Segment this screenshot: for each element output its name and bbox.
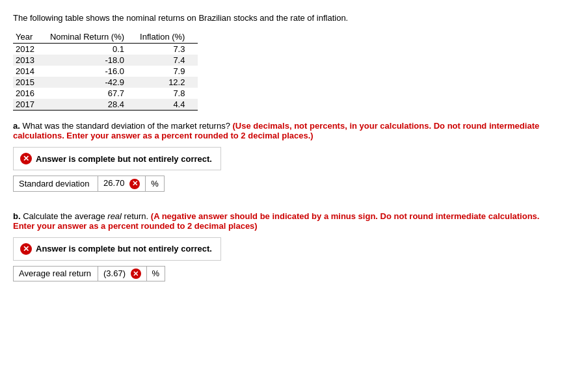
part-b-question-normal-text: Calculate the average [23,211,105,221]
table-cell-nominal: 67.7 [47,88,137,99]
table-cell-year: 2015 [13,77,47,88]
part-b-row-value: (3.67) ✕ [98,266,147,281]
part-b-wrong-icon: ✕ [20,243,32,255]
col-header-year: Year [13,31,47,44]
part-b-answer-box: ✕ Answer is complete but not entirely co… [13,237,221,261]
part-a-value-text: 26.70 [103,178,125,188]
table-row: 2013-18.07.4 [13,55,198,66]
table-cell-nominal: 28.4 [47,99,137,111]
table-cell-inflation: 7.4 [137,55,198,66]
part-a-row-value: 26.70 ✕ [98,176,146,192]
table-row: 2014-16.07.9 [13,66,198,77]
intro-text: The following table shows the nominal re… [13,13,560,23]
part-b-value-text: (3.67) [103,268,126,278]
part-a-value-wrong-icon: ✕ [129,179,140,189]
part-b-unit: % [146,266,165,281]
table-cell-year: 2016 [13,88,47,99]
table-cell-nominal: -16.0 [47,66,137,77]
part-b-question-italic: real [107,211,122,221]
part-a-unit: % [146,176,165,192]
part-a-block: a. What was the standard deviation of th… [13,121,560,192]
part-b-status-text: Answer is complete but not entirely corr… [36,244,212,254]
part-b-value-wrong-icon: ✕ [131,268,141,279]
part-a-answer-box: ✕ Answer is complete but not entirely co… [13,147,221,170]
part-a-status: ✕ Answer is complete but not entirely co… [20,153,214,164]
part-b-question: b. Calculate the average real return. (A… [13,211,560,231]
part-a-status-text: Answer is complete but not entirely corr… [36,154,212,164]
table-row: 201667.77.8 [13,88,198,99]
table-cell-nominal: -42.9 [47,77,137,88]
part-a-wrong-icon: ✕ [20,153,32,164]
table-row: 201728.44.4 [13,99,198,111]
table-cell-year: 2012 [13,44,47,55]
part-a-row-label: Standard deviation [14,176,98,192]
table-cell-year: 2014 [13,66,47,77]
table-cell-year: 2017 [13,99,47,111]
table-cell-inflation: 12.2 [137,77,198,88]
table-cell-year: 2013 [13,55,47,66]
part-a-answer-row: Standard deviation 26.70 ✕ % [13,176,560,192]
table-cell-nominal: 0.1 [47,44,137,55]
part-a-question: a. What was the standard deviation of th… [13,121,560,140]
part-b-table: Average real return (3.67) ✕ % [13,266,165,282]
part-b-label: b. [13,211,21,221]
table-cell-nominal: -18.0 [47,55,137,66]
table-row: 2015-42.912.2 [13,77,198,88]
col-header-inflation: Inflation (%) [137,31,198,44]
part-b-row-label: Average real return [14,266,98,281]
table-cell-inflation: 7.3 [137,44,198,55]
part-a-label: a. [13,121,20,131]
col-header-nominal: Nominal Return (%) [47,31,137,44]
part-b-status: ✕ Answer is complete but not entirely co… [20,243,214,255]
part-b-block: b. Calculate the average real return. (A… [13,211,560,282]
table-row: 20120.17.3 [13,44,198,55]
part-a-question-normal-text: What was the standard deviation of the m… [22,121,230,131]
table-cell-inflation: 7.9 [137,66,198,77]
part-b-answer-row: Average real return (3.67) ✕ % [13,266,560,282]
part-a-table: Standard deviation 26.70 ✕ % [13,176,165,192]
table-cell-inflation: 7.8 [137,88,198,99]
data-table: Year Nominal Return (%) Inflation (%) 20… [13,31,198,111]
table-cell-inflation: 4.4 [137,99,198,111]
